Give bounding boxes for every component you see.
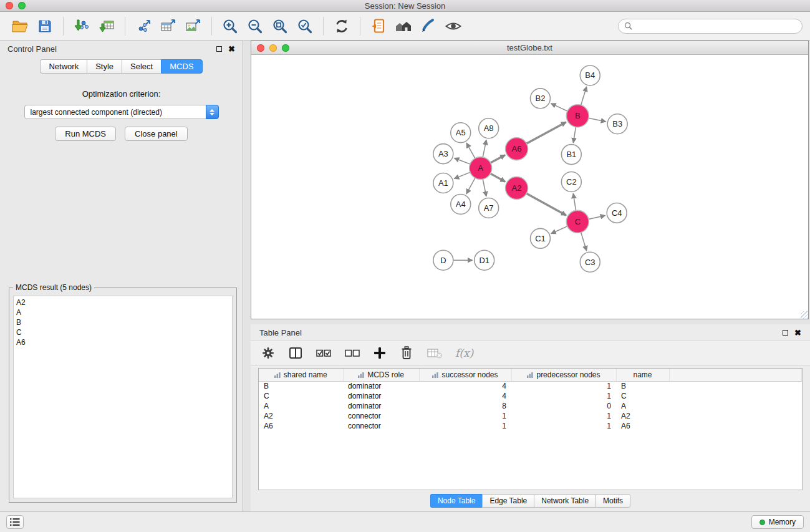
column-header-shared-name[interactable]: shared name <box>259 369 343 381</box>
delete-table-button[interactable] <box>427 344 443 362</box>
search-input[interactable] <box>635 22 796 31</box>
import-table-button[interactable] <box>94 14 119 38</box>
table-cell[interactable]: A6 <box>259 421 343 431</box>
float-panel-icon[interactable] <box>216 46 222 52</box>
mcds-result-item[interactable]: C <box>16 327 229 337</box>
graph-node-D[interactable]: D <box>433 250 453 270</box>
save-session-button[interactable] <box>32 14 57 38</box>
network-canvas[interactable]: AA1A2A3A4A5A6A7A8BB1B2B3B4CC1C2C3C4DD1 <box>251 55 808 319</box>
column-header-predecessor-nodes[interactable]: predecessor nodes <box>511 369 616 381</box>
zoom-out-button[interactable] <box>243 14 268 38</box>
table-cell[interactable]: A2 <box>616 411 669 421</box>
column-header-name[interactable]: name <box>616 369 669 381</box>
graph-node-C4[interactable]: C4 <box>607 203 627 223</box>
table-row[interactable]: Adominator80A <box>259 401 802 411</box>
table-cell[interactable]: connector <box>343 411 419 421</box>
graph-node-D1[interactable]: D1 <box>475 250 494 270</box>
first-neighbors-button[interactable] <box>366 14 391 38</box>
graph-node-A7[interactable]: A7 <box>479 198 499 218</box>
table-cell[interactable]: dominator <box>343 401 419 411</box>
table-cell[interactable]: C <box>259 391 343 401</box>
unselect-all-columns-button[interactable] <box>344 344 360 362</box>
graph-node-B2[interactable]: B2 <box>530 89 550 109</box>
open-session-button[interactable] <box>7 14 32 38</box>
mcds-result-list[interactable]: A2ABCA6 <box>13 296 233 498</box>
network-graph[interactable]: AA1A2A3A4A5A6A7A8BB1B2B3B4CC1C2C3C4DD1 <box>251 55 808 319</box>
table-cell[interactable]: 4 <box>419 381 511 391</box>
table-cell[interactable]: A <box>259 401 343 411</box>
task-history-button[interactable] <box>6 515 24 529</box>
optimization-criterion-dropdown[interactable]: largest connected component (directed) <box>24 105 219 119</box>
run-mcds-button[interactable]: Run MCDS <box>55 127 116 141</box>
table-cell[interactable]: 1 <box>511 411 616 421</box>
mcds-result-item[interactable]: B <box>16 317 229 327</box>
table-cell[interactable]: 1 <box>419 421 511 431</box>
graph-node-A1[interactable]: A1 <box>433 173 453 193</box>
table-cell[interactable]: connector <box>343 421 419 431</box>
zoom-selected-button[interactable] <box>292 14 317 38</box>
table-cell[interactable]: C <box>616 391 669 401</box>
tab-network[interactable]: Network <box>40 59 87 74</box>
float-table-panel-icon[interactable] <box>783 330 788 336</box>
table-cell[interactable]: A6 <box>616 421 669 431</box>
resize-grip[interactable] <box>801 311 808 319</box>
tab-node-table[interactable]: Node Table <box>430 494 483 508</box>
table-cell[interactable]: dominator <box>343 381 419 391</box>
graph-node-A8[interactable]: A8 <box>479 118 499 138</box>
table-cell[interactable]: B <box>259 381 343 391</box>
graph-node-C2[interactable]: C2 <box>561 172 581 192</box>
graph-node-A5[interactable]: A5 <box>451 123 471 143</box>
close-panel-icon[interactable]: ✖ <box>228 45 235 53</box>
graph-node-C1[interactable]: C1 <box>530 228 550 248</box>
table-cell[interactable]: A2 <box>259 411 343 421</box>
graph-node-A6[interactable]: A6 <box>506 138 528 160</box>
memory-button[interactable]: Memory <box>751 515 804 529</box>
graph-node-A2[interactable]: A2 <box>506 177 528 200</box>
table-cell[interactable]: 1 <box>511 421 616 431</box>
column-header-mcds-role[interactable]: MCDS role <box>343 369 419 381</box>
graph-node-A[interactable]: A <box>470 157 492 180</box>
tab-network-table[interactable]: Network Table <box>534 494 595 508</box>
graph-node-C[interactable]: C <box>566 210 589 233</box>
table-cell[interactable]: 0 <box>511 401 616 411</box>
mcds-result-item[interactable]: A6 <box>16 337 229 347</box>
table-row[interactable]: Cdominator41C <box>259 391 802 401</box>
close-panel-button[interactable]: Close panel <box>125 127 188 141</box>
table-row[interactable]: A2connector11A2 <box>259 411 802 421</box>
graph-node-B1[interactable]: B1 <box>561 145 581 165</box>
table-cell[interactable]: 8 <box>419 401 511 411</box>
table-cell[interactable]: 1 <box>419 411 511 421</box>
export-image-button[interactable] <box>181 14 206 38</box>
table-row[interactable]: A6connector11A6 <box>259 421 802 431</box>
show-hide-button[interactable] <box>441 14 466 38</box>
graph-node-B3[interactable]: B3 <box>607 114 627 134</box>
tab-edge-table[interactable]: Edge Table <box>482 494 534 508</box>
graph-node-B[interactable]: B <box>566 105 589 127</box>
close-table-panel-icon[interactable]: ✖ <box>794 329 801 337</box>
apply-layout-button[interactable] <box>329 14 354 38</box>
mcds-result-item[interactable]: A2 <box>16 297 229 307</box>
column-header-successor-nodes[interactable]: successor nodes <box>419 369 511 381</box>
table-cell[interactable]: 1 <box>511 391 616 401</box>
graph-node-C3[interactable]: C3 <box>580 252 600 272</box>
zoom-fit-button[interactable] <box>268 14 292 38</box>
import-network-button[interactable] <box>69 14 94 38</box>
graphics-details-button[interactable] <box>416 14 441 38</box>
table-cell[interactable]: B <box>616 381 669 391</box>
table-cell[interactable]: A <box>616 401 669 411</box>
table-cell[interactable]: 4 <box>419 391 511 401</box>
delete-columns-button[interactable] <box>399 344 414 362</box>
home-button[interactable] <box>391 14 416 38</box>
create-column-button[interactable] <box>373 344 387 362</box>
select-all-columns-button[interactable] <box>316 344 332 362</box>
graph-node-A4[interactable]: A4 <box>451 194 471 214</box>
tab-motifs[interactable]: Motifs <box>595 494 630 508</box>
search-field[interactable] <box>618 19 803 34</box>
table-row[interactable]: Bdominator41B <box>259 381 802 391</box>
tab-style[interactable]: Style <box>87 59 122 74</box>
export-network-button[interactable] <box>131 14 156 38</box>
tab-select[interactable]: Select <box>122 59 161 74</box>
table-cell[interactable]: 1 <box>511 381 616 391</box>
table-cell[interactable]: dominator <box>343 391 419 401</box>
zoom-in-button[interactable] <box>218 14 243 38</box>
